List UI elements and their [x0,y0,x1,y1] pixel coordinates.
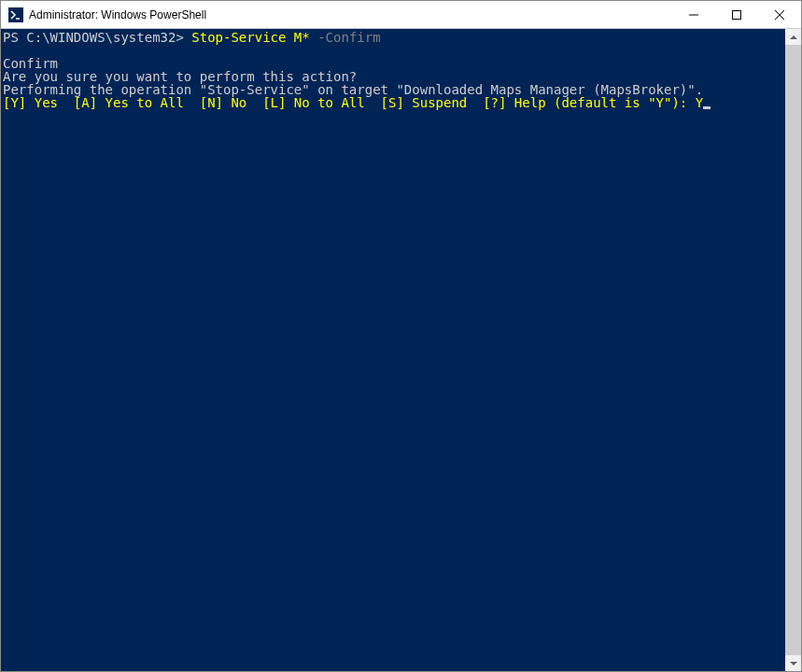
close-button[interactable] [758,1,801,28]
input-response: Y [696,95,703,110]
command-param: -Confirm [310,30,381,45]
command-text: Stop-Service M* [191,30,309,45]
prompt: PS C:\WINDOWS\system32> [3,30,191,45]
titlebar[interactable]: Administrator: Windows PowerShell [1,1,801,29]
cursor [703,106,711,109]
powershell-window: Administrator: Windows PowerShell PS C:\… [0,0,802,672]
svg-rect-3 [733,10,741,19]
confirm-options: [Y] Yes [A] Yes to All [N] No [L] No to … [3,95,696,110]
scroll-up-button[interactable] [785,29,801,45]
terminal-container: PS C:\WINDOWS\system32> Stop-Service M* … [1,29,801,671]
scroll-thumb[interactable] [785,45,801,655]
terminal[interactable]: PS C:\WINDOWS\system32> Stop-Service M* … [1,29,785,671]
minimize-button[interactable] [672,1,715,28]
vertical-scrollbar[interactable] [785,29,801,671]
window-controls [672,1,801,28]
window-title: Administrator: Windows PowerShell [29,8,672,21]
scroll-down-button[interactable] [785,655,801,671]
powershell-icon [8,7,23,22]
maximize-button[interactable] [715,1,758,28]
